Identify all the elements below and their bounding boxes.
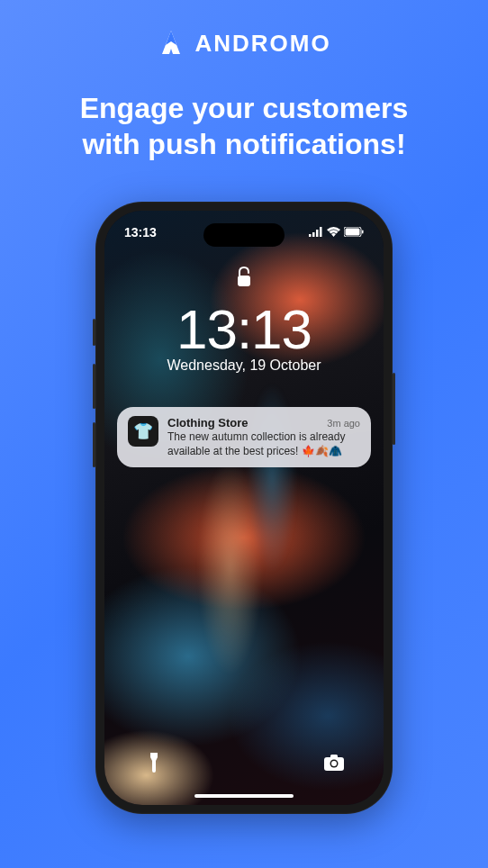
brand-name: ANDROMO [194, 30, 330, 58]
dynamic-island [203, 223, 285, 247]
phone-screen: 13:13 13:13 Wednesday, [104, 211, 384, 805]
side-button-volume-down [93, 422, 95, 467]
notification-app-name: Clothing Store [167, 416, 249, 429]
svg-rect-9 [330, 755, 338, 758]
svg-point-11 [331, 761, 337, 766]
svg-rect-1 [312, 232, 315, 237]
push-notification[interactable]: 👕 Clothing Store 3m ago The new autumn c… [117, 407, 371, 467]
home-indicator[interactable] [194, 794, 294, 798]
camera-button[interactable] [317, 746, 351, 780]
notification-time: 3m ago [327, 418, 360, 429]
headline: Engage your customers with push notifica… [80, 90, 409, 162]
clock-time: 13:13 [104, 297, 384, 361]
status-indicators [309, 225, 364, 240]
svg-rect-7 [238, 276, 250, 286]
headline-line-1: Engage your customers [80, 90, 409, 126]
lock-screen-clock: 13:13 Wednesday, 19 October [104, 297, 384, 374]
brand-header: ANDROMO [157, 29, 330, 58]
notification-message: The new autumn collection is already ava… [167, 430, 360, 458]
signal-icon [309, 225, 323, 240]
clock-date: Wednesday, 19 October [104, 357, 384, 374]
phone-mockup: 13:13 13:13 Wednesday, [95, 202, 393, 814]
side-button-volume-up [93, 364, 95, 409]
lock-screen-shortcuts [104, 746, 384, 780]
headline-line-2: with push notifications! [80, 126, 409, 162]
svg-rect-2 [316, 230, 319, 237]
phone-frame: 13:13 13:13 Wednesday, [95, 202, 393, 814]
side-button-silence [93, 319, 95, 346]
svg-rect-5 [346, 229, 360, 236]
andromo-logo-icon [157, 29, 185, 58]
notification-body: Clothing Store 3m ago The new autumn col… [167, 416, 360, 458]
svg-rect-6 [362, 231, 364, 234]
battery-icon [344, 225, 364, 240]
notification-app-icon: 👕 [128, 416, 158, 447]
svg-rect-0 [309, 234, 312, 237]
wifi-icon [327, 225, 340, 240]
svg-rect-3 [320, 227, 322, 237]
status-time: 13:13 [124, 225, 157, 240]
lock-icon [236, 267, 252, 292]
flashlight-button[interactable] [137, 746, 171, 780]
side-button-power [393, 373, 395, 445]
